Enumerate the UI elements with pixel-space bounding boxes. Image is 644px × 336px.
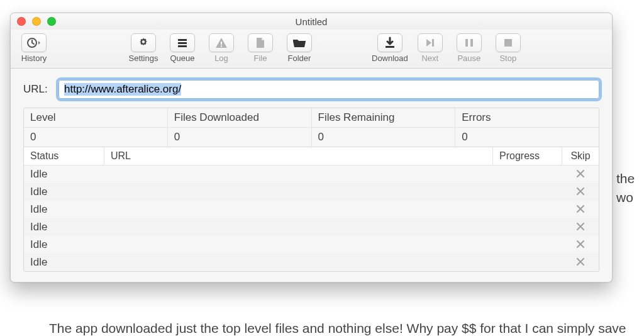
pause-icon bbox=[462, 36, 476, 50]
queue-button[interactable]: Queue bbox=[165, 33, 199, 63]
stats-header-filedl: Files Downloaded bbox=[168, 108, 312, 127]
column-skip[interactable]: Skip bbox=[562, 147, 599, 165]
task-url bbox=[104, 208, 493, 211]
toolbar: History Settings bbox=[11, 30, 612, 69]
task-row[interactable]: Idle bbox=[24, 201, 599, 218]
task-progress bbox=[493, 191, 562, 193]
task-row[interactable]: Idle bbox=[24, 165, 599, 183]
queue-icon bbox=[175, 36, 189, 50]
task-status: Idle bbox=[24, 237, 104, 252]
folder-icon bbox=[292, 36, 307, 50]
pause-button[interactable]: Pause bbox=[452, 33, 486, 63]
svg-rect-9 bbox=[465, 39, 468, 47]
task-progress bbox=[493, 244, 562, 246]
svg-point-1 bbox=[142, 40, 145, 43]
task-progress bbox=[493, 173, 562, 176]
skip-button[interactable] bbox=[575, 238, 586, 250]
task-row[interactable]: Idle bbox=[24, 218, 599, 236]
svg-rect-8 bbox=[432, 39, 434, 47]
gear-icon bbox=[136, 36, 150, 50]
clock-icon bbox=[26, 36, 42, 49]
stats-value-level: 0 bbox=[24, 128, 168, 147]
svg-rect-11 bbox=[504, 39, 512, 47]
skip-button[interactable] bbox=[575, 168, 586, 179]
download-button[interactable]: Download bbox=[372, 33, 408, 63]
task-row[interactable]: Idle bbox=[24, 236, 599, 254]
file-button[interactable]: File bbox=[243, 33, 277, 63]
svg-rect-10 bbox=[470, 39, 473, 47]
stats-table: Level Files Downloaded Files Remaining E… bbox=[23, 108, 599, 147]
warning-icon bbox=[214, 36, 228, 50]
svg-rect-5 bbox=[221, 42, 222, 45]
close-icon bbox=[576, 204, 585, 213]
close-icon bbox=[576, 187, 585, 196]
skip-button[interactable] bbox=[575, 256, 586, 267]
svg-rect-6 bbox=[221, 46, 222, 47]
stats-header-errors: Errors bbox=[455, 108, 599, 127]
task-row[interactable]: Idle bbox=[24, 183, 599, 201]
task-url bbox=[104, 244, 493, 246]
column-status[interactable]: Status bbox=[24, 147, 104, 165]
download-icon bbox=[383, 36, 397, 50]
next-button[interactable]: Next bbox=[413, 33, 447, 63]
next-icon bbox=[423, 36, 437, 50]
svg-rect-3 bbox=[178, 42, 187, 44]
task-url bbox=[104, 191, 493, 193]
folder-button[interactable]: Folder bbox=[282, 33, 316, 63]
task-url bbox=[104, 261, 493, 264]
svg-rect-2 bbox=[178, 39, 187, 41]
stats-value-errors: 0 bbox=[455, 128, 599, 147]
task-status: Idle bbox=[24, 167, 104, 182]
svg-rect-4 bbox=[178, 45, 187, 47]
stats-value-filerm: 0 bbox=[312, 128, 456, 147]
file-icon bbox=[253, 36, 267, 50]
close-icon bbox=[576, 240, 585, 249]
task-status: Idle bbox=[24, 184, 104, 199]
close-icon bbox=[576, 257, 585, 266]
bg-text-fragment: the bbox=[616, 171, 635, 186]
window-title: Untitled bbox=[11, 16, 612, 27]
column-url[interactable]: URL bbox=[104, 147, 493, 165]
bg-text-fragment: The app downloaded just the top level fi… bbox=[49, 321, 644, 336]
chevron-down-icon bbox=[38, 41, 40, 45]
stop-icon bbox=[501, 36, 515, 50]
app-window: Untitled History S bbox=[10, 13, 613, 283]
skip-button[interactable] bbox=[575, 203, 586, 215]
task-row[interactable]: Idle bbox=[24, 254, 599, 271]
task-url bbox=[104, 173, 493, 176]
stats-value-filedl: 0 bbox=[168, 128, 312, 147]
task-progress bbox=[493, 208, 562, 211]
bg-text-fragment: wo bbox=[616, 190, 633, 205]
log-button[interactable]: Log bbox=[204, 33, 238, 63]
settings-button[interactable]: Settings bbox=[126, 33, 160, 63]
titlebar[interactable]: Untitled bbox=[11, 13, 612, 30]
task-url bbox=[104, 226, 493, 228]
url-input[interactable] bbox=[58, 80, 599, 99]
task-status: Idle bbox=[24, 220, 104, 235]
column-progress[interactable]: Progress bbox=[493, 147, 562, 165]
task-status: Idle bbox=[24, 255, 104, 270]
task-status: Idle bbox=[24, 202, 104, 217]
svg-rect-7 bbox=[386, 46, 394, 48]
stop-button[interactable]: Stop bbox=[491, 33, 525, 63]
stats-header-level: Level bbox=[24, 108, 168, 127]
history-button[interactable]: History bbox=[17, 33, 51, 63]
stats-header-filerm: Files Remaining bbox=[312, 108, 456, 127]
url-label: URL: bbox=[23, 83, 52, 96]
close-icon bbox=[576, 222, 585, 231]
task-table: Status URL Progress Skip IdleIdleIdleIdl… bbox=[23, 147, 599, 272]
task-progress bbox=[493, 226, 562, 228]
task-progress bbox=[493, 261, 562, 264]
skip-button[interactable] bbox=[575, 221, 586, 232]
close-icon bbox=[576, 169, 585, 178]
skip-button[interactable] bbox=[575, 186, 586, 197]
